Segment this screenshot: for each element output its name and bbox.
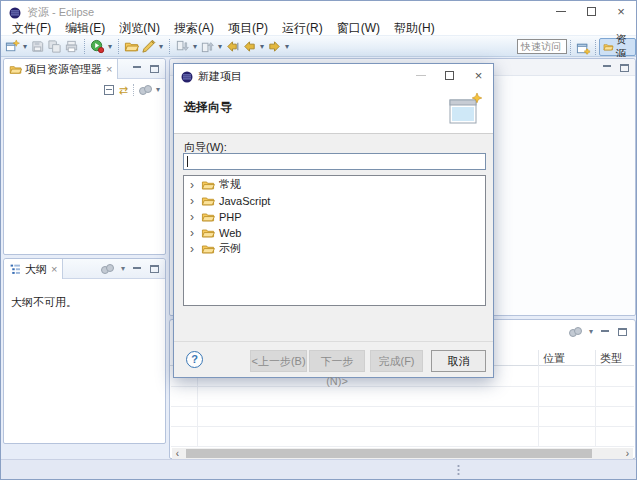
toolbar-separator (118, 39, 119, 54)
panel-maximize-button[interactable] (150, 265, 159, 273)
panel-minimize-button[interactable] (133, 265, 142, 274)
minimize-icon (416, 75, 426, 76)
focus-task-icon[interactable] (101, 264, 113, 274)
last-edit-location-icon (225, 39, 240, 54)
project-explorer-icon (9, 63, 22, 76)
window-title: 资源 - Eclipse (27, 5, 94, 20)
close-button[interactable]: × (606, 1, 636, 21)
wizard-category-examples[interactable]: › 示例 (184, 241, 485, 256)
wizard-category-javascript[interactable]: › JavaScript (184, 193, 485, 208)
editor-minimize-button[interactable] (603, 63, 612, 72)
scroll-right-button[interactable]: › (622, 448, 633, 459)
folder-icon (201, 179, 215, 191)
cancel-button[interactable]: 取消 (431, 350, 486, 372)
collapse-all-icon[interactable] (104, 85, 114, 95)
menu-item-navigate[interactable]: 浏览(N) (112, 21, 167, 35)
next-annotation-button[interactable] (174, 37, 191, 55)
back-dropdown[interactable]: ▾ (258, 42, 266, 51)
external-tools-button[interactable] (89, 37, 106, 55)
dialog-maximize-button[interactable] (435, 64, 464, 86)
back-button[interactable] (241, 37, 258, 55)
tab-project-explorer[interactable]: 项目资源管理器 × (4, 59, 118, 79)
link-with-editor-icon[interactable]: ⇄ (119, 85, 128, 96)
last-edit-location-button[interactable] (224, 37, 241, 55)
quick-access-box[interactable]: 快速访问 (517, 39, 567, 54)
dialog-controls: × (406, 64, 493, 86)
tab-close-icon[interactable]: × (51, 264, 57, 275)
editor-controls (603, 63, 629, 72)
search-dropdown[interactable]: ▾ (157, 42, 165, 51)
outline-panel: 大纲 × ▾ 大纲不可用。 (3, 258, 166, 444)
open-perspective-button[interactable] (575, 39, 592, 57)
panel-minimize-button[interactable] (601, 328, 610, 337)
maximize-button[interactable] (576, 1, 606, 21)
help-button[interactable]: ? (186, 351, 203, 368)
view-menu-icon[interactable]: ▾ (121, 265, 125, 273)
wizard-category-php[interactable]: › PHP (184, 209, 485, 224)
dialog-close-button[interactable]: × (464, 64, 493, 86)
new-wizard-button[interactable] (4, 37, 21, 55)
folder-icon (201, 243, 215, 255)
new-project-dialog: 新建项目 × 选择向导 向导(W): › 常规 › (173, 63, 494, 378)
editor-maximize-button[interactable] (620, 64, 629, 72)
outline-tabrow: 大纲 × ▾ (4, 259, 165, 279)
wizard-category-general[interactable]: › 常规 (184, 177, 485, 192)
dialog-title-bar: 新建项目 × (174, 64, 493, 86)
resource-perspective-button[interactable]: 资源 (599, 38, 636, 56)
external-tools-dropdown[interactable]: ▾ (106, 42, 114, 51)
toolbar-separator (570, 40, 571, 55)
panel-maximize-button[interactable] (618, 328, 627, 336)
new-wizard-dropdown[interactable]: ▾ (21, 42, 29, 51)
previous-annotation-button[interactable] (199, 37, 216, 55)
wizard-category-web[interactable]: › Web (184, 225, 485, 240)
tab-outline[interactable]: 大纲 × (4, 259, 63, 279)
minimize-button[interactable] (546, 1, 576, 21)
wizard-category-list[interactable]: › 常规 › JavaScript › PHP › Web › (183, 175, 486, 306)
focus-task-icon[interactable] (139, 85, 151, 95)
menu-item-project[interactable]: 项目(P) (221, 21, 275, 35)
menu-item-run[interactable]: 运行(R) (275, 21, 330, 35)
outline-icon (9, 263, 22, 276)
menu-item-file[interactable]: 文件(F) (5, 21, 58, 35)
folder-icon (201, 211, 215, 223)
forward-button[interactable] (266, 37, 283, 55)
menu-item-window[interactable]: 窗口(W) (330, 21, 387, 35)
status-bar (1, 459, 636, 480)
menu-item-edit[interactable]: 编辑(E) (58, 21, 112, 35)
eclipse-logo-icon (181, 69, 193, 81)
drag-handle[interactable] (457, 464, 460, 477)
panel-minimize-button[interactable] (133, 64, 142, 73)
menu-item-search[interactable]: 搜索(A) (167, 21, 221, 35)
run-icon (90, 39, 105, 54)
open-folder-button[interactable] (123, 37, 140, 55)
tab-close-icon[interactable]: × (106, 64, 112, 75)
grid-line (538, 366, 539, 447)
chevron-right-icon[interactable]: › (190, 195, 197, 207)
print-button[interactable] (63, 37, 80, 55)
view-menu-icon[interactable]: ▾ (156, 86, 160, 94)
save-button[interactable] (29, 37, 46, 55)
wizard-filter-input[interactable] (183, 153, 486, 170)
search-button[interactable] (140, 37, 157, 55)
focus-task-icon[interactable] (569, 327, 581, 337)
panel-maximize-button[interactable] (150, 65, 159, 73)
menu-item-help[interactable]: 帮助(H) (387, 21, 442, 35)
marker-icon (141, 39, 156, 54)
column-header-type[interactable]: 类型 (595, 350, 636, 366)
horizontal-scrollbar[interactable]: ‹ › (172, 448, 633, 459)
forward-dropdown[interactable]: ▾ (283, 42, 291, 51)
chevron-right-icon[interactable]: › (190, 227, 197, 239)
chevron-right-icon[interactable]: › (190, 243, 197, 255)
next-annotation-dropdown[interactable]: ▾ (191, 42, 199, 51)
scroll-left-button[interactable]: ‹ (172, 448, 183, 459)
view-menu-icon[interactable]: ▾ (589, 328, 593, 336)
chevron-right-icon[interactable]: › (190, 211, 197, 223)
close-icon: × (475, 69, 483, 82)
save-all-button[interactable] (46, 37, 63, 55)
previous-annotation-dropdown[interactable]: ▾ (216, 42, 224, 51)
chevron-right-icon[interactable]: › (190, 179, 197, 191)
column-header-location[interactable]: 位置 (538, 350, 595, 366)
panel-controls (133, 64, 159, 73)
scrollbar-thumb[interactable] (186, 449, 592, 458)
category-label: PHP (219, 211, 242, 223)
